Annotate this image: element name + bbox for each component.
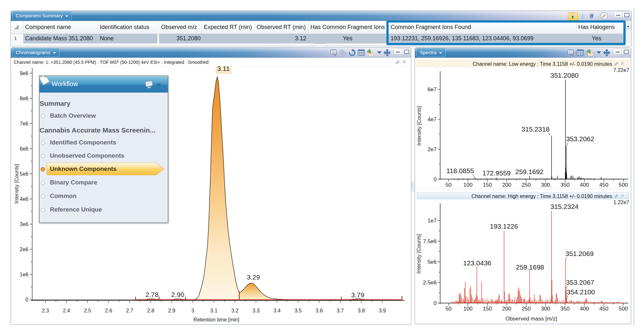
svg-text:200: 200 — [502, 306, 511, 312]
svg-text:5e6: 5e6 — [20, 171, 28, 177]
svg-text:2.7: 2.7 — [126, 308, 133, 313]
svg-text:6e6: 6e6 — [20, 146, 28, 152]
svg-text:9e6: 9e6 — [20, 71, 28, 76]
svg-text:350: 350 — [561, 306, 570, 312]
svg-text:3.11: 3.11 — [217, 66, 230, 72]
svg-text:500: 500 — [619, 182, 628, 188]
svg-text:2.9: 2.9 — [168, 308, 175, 313]
svg-text:351.2069: 351.2069 — [565, 250, 594, 257]
svg-text:2.4: 2.4 — [63, 308, 70, 313]
svg-text:3.6: 3.6 — [316, 308, 323, 313]
svg-text:250: 250 — [522, 182, 531, 188]
svg-text:0: 0 — [434, 176, 437, 182]
svg-text:50: 50 — [446, 182, 452, 188]
svg-text:1e7: 1e7 — [428, 218, 437, 224]
svg-text:3.29: 3.29 — [247, 273, 260, 281]
svg-text:315.2324: 315.2324 — [550, 203, 579, 210]
svg-text:2.78: 2.78 — [146, 291, 159, 298]
svg-text:123.0436: 123.0436 — [463, 259, 491, 267]
svg-text:172.9559: 172.9559 — [482, 169, 511, 177]
svg-text:2e6: 2e6 — [20, 247, 28, 252]
svg-text:Retention time [min]: Retention time [min] — [194, 317, 239, 322]
svg-text:4e7: 4e7 — [428, 116, 437, 123]
svg-text:2.6: 2.6 — [105, 308, 112, 313]
svg-text:Observed mass [m/z]: Observed mass [m/z] — [506, 316, 557, 322]
svg-text:350: 350 — [561, 182, 570, 188]
svg-text:2.90: 2.90 — [171, 291, 185, 298]
svg-text:3.4: 3.4 — [273, 308, 280, 313]
svg-text:1e6: 1e6 — [20, 272, 28, 277]
svg-text:8e6: 8e6 — [20, 96, 28, 101]
svg-text:450: 450 — [599, 306, 608, 312]
svg-text:7e6: 7e6 — [20, 121, 28, 126]
svg-text:3.3: 3.3 — [252, 308, 260, 313]
svg-text:250: 250 — [522, 306, 531, 312]
svg-text:0: 0 — [434, 300, 437, 306]
svg-text:2.3: 2.3 — [42, 308, 49, 313]
svg-text:500: 500 — [619, 306, 628, 312]
svg-text:50: 50 — [446, 306, 452, 312]
svg-text:450: 450 — [599, 182, 608, 188]
svg-text:3.7: 3.7 — [336, 308, 344, 313]
svg-text:2.5e6: 2.5e6 — [423, 280, 437, 286]
svg-text:353.2062: 353.2062 — [566, 135, 594, 143]
svg-text:193.1226: 193.1226 — [490, 222, 518, 230]
svg-text:3: 3 — [191, 308, 194, 313]
svg-text:2e7: 2e7 — [428, 146, 437, 153]
svg-text:118.0855: 118.0855 — [446, 167, 474, 174]
svg-text:150: 150 — [483, 182, 492, 188]
svg-text:400: 400 — [580, 182, 589, 188]
svg-text:200: 200 — [502, 182, 511, 188]
svg-text:259.1692: 259.1692 — [515, 168, 544, 175]
svg-text:3.8: 3.8 — [358, 308, 365, 313]
svg-text:Intensity [Counts]: Intensity [Counts] — [14, 164, 19, 204]
svg-text:5e6: 5e6 — [428, 259, 437, 265]
svg-text:2.8: 2.8 — [147, 308, 154, 313]
svg-text:351.2080: 351.2080 — [550, 72, 579, 79]
svg-text:Intensity [Counts]: Intensity [Counts] — [416, 106, 422, 146]
svg-text:150: 150 — [483, 306, 492, 312]
svg-text:300: 300 — [541, 306, 550, 312]
svg-text:3.5: 3.5 — [295, 308, 302, 313]
svg-text:300: 300 — [541, 182, 550, 188]
svg-text:7.5e6: 7.5e6 — [423, 238, 437, 244]
svg-text:4e6: 4e6 — [20, 196, 28, 202]
svg-text:100: 100 — [463, 306, 472, 312]
svg-text:259.1698: 259.1698 — [516, 263, 544, 271]
svg-text:353.2067: 353.2067 — [566, 279, 594, 286]
svg-text:0: 0 — [25, 297, 28, 302]
svg-text:Intensity [Counts]: Intensity [Counts] — [416, 234, 421, 274]
svg-text:100: 100 — [463, 182, 472, 188]
svg-text:6e7: 6e7 — [428, 86, 437, 93]
svg-text:315.2318: 315.2318 — [521, 125, 550, 133]
svg-text:3.2: 3.2 — [231, 308, 238, 313]
svg-text:3e6: 3e6 — [20, 222, 28, 227]
svg-text:3.9: 3.9 — [379, 308, 386, 313]
svg-text:3.1: 3.1 — [210, 308, 217, 313]
svg-text:400: 400 — [580, 306, 589, 312]
svg-text:3.79: 3.79 — [351, 291, 365, 299]
svg-text:2.5: 2.5 — [84, 308, 91, 313]
svg-text:354.2100: 354.2100 — [567, 288, 595, 296]
